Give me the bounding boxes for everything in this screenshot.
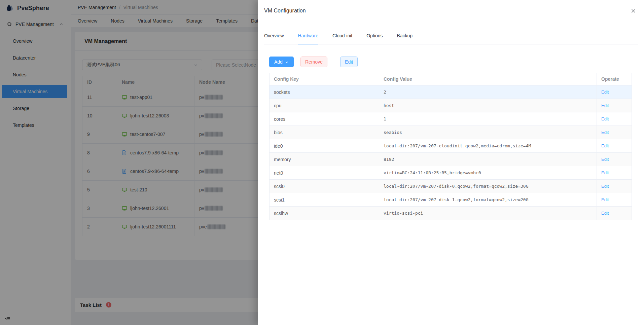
- config-value-cell: local-dir:207/vm-207-disk-1.qcow2,format…: [379, 193, 597, 207]
- operate-cell: Edit: [597, 112, 632, 126]
- operate-cell: Edit: [597, 139, 632, 153]
- config-key-cell: net0: [270, 166, 379, 180]
- edit-button[interactable]: Edit: [340, 57, 358, 67]
- config-row[interactable]: ide0local-dir:207/vm-207-cloudinit.qcow2…: [270, 139, 632, 153]
- add-button-label: Add: [274, 59, 283, 65]
- tab-overview[interactable]: Overview: [264, 32, 284, 44]
- config-row[interactable]: scsihwvirtio-scsi-pciEdit: [270, 207, 632, 220]
- config-key-cell: ide0: [270, 139, 379, 153]
- config-key-cell: memory: [270, 153, 379, 166]
- operate-cell: Edit: [597, 99, 632, 112]
- config-key-cell: sockets: [270, 85, 379, 99]
- drawer-title: VM Configuration: [264, 7, 636, 14]
- tab-cloud-init[interactable]: Cloud-init: [332, 32, 352, 44]
- config-value-cell: host: [379, 99, 597, 112]
- config-key-cell: scsi0: [270, 180, 379, 193]
- chevron-down-icon: [285, 60, 289, 64]
- operate-cell: Edit: [597, 193, 632, 207]
- row-edit-link[interactable]: Edit: [601, 116, 609, 121]
- config-row[interactable]: biosseabiosEdit: [270, 126, 632, 139]
- row-edit-link[interactable]: Edit: [601, 130, 609, 135]
- config-key-cell: scsihw: [270, 207, 379, 220]
- operate-cell: Edit: [597, 85, 632, 99]
- config-value-cell: virtio=BC:24:11:0B:25:B5,bridge=vmbr0: [379, 166, 597, 180]
- row-edit-link[interactable]: Edit: [601, 211, 609, 216]
- tab-hardware[interactable]: Hardware: [298, 32, 318, 44]
- vm-configuration-drawer: VM Configuration OverviewHardwareCloud-i…: [258, 0, 644, 325]
- config-row[interactable]: cpuhostEdit: [270, 99, 632, 112]
- config-table-column-header: Operate: [597, 73, 632, 85]
- add-button[interactable]: Add: [269, 57, 294, 67]
- config-value-cell: 2: [379, 85, 597, 99]
- row-edit-link[interactable]: Edit: [601, 184, 609, 189]
- operate-cell: Edit: [597, 166, 632, 180]
- config-key-cell: scsi1: [270, 193, 379, 207]
- operate-cell: Edit: [597, 153, 632, 166]
- remove-button[interactable]: Remove: [300, 57, 327, 67]
- config-row[interactable]: net0virtio=BC:24:11:0B:25:B5,bridge=vmbr…: [270, 166, 632, 180]
- operate-cell: Edit: [597, 207, 632, 220]
- row-edit-link[interactable]: Edit: [601, 89, 609, 95]
- tab-options[interactable]: Options: [366, 32, 383, 44]
- config-key-cell: cores: [270, 112, 379, 126]
- operate-cell: Edit: [597, 180, 632, 193]
- close-icon[interactable]: [630, 8, 636, 14]
- config-row[interactable]: scsi1local-dir:207/vm-207-disk-1.qcow2,f…: [270, 193, 632, 207]
- config-key-cell: bios: [270, 126, 379, 139]
- config-key-cell: cpu: [270, 99, 379, 112]
- config-value-cell: local-dir:207/vm-207-cloudinit.qcow2,med…: [379, 139, 597, 153]
- config-value-cell: 8192: [379, 153, 597, 166]
- config-value-cell: local-dir:207/vm-207-disk-0.qcow2,format…: [379, 180, 597, 193]
- config-row[interactable]: sockets2Edit: [270, 85, 632, 99]
- row-edit-link[interactable]: Edit: [601, 157, 609, 162]
- config-table-column-header: Config Key: [270, 73, 379, 85]
- row-edit-link[interactable]: Edit: [601, 103, 609, 108]
- row-edit-link[interactable]: Edit: [601, 143, 609, 148]
- config-value-cell: seabios: [379, 126, 597, 139]
- config-table-column-header: Config Value: [379, 73, 597, 85]
- config-value-cell: virtio-scsi-pci: [379, 207, 597, 220]
- config-value-cell: 1: [379, 112, 597, 126]
- tab-backup[interactable]: Backup: [397, 32, 413, 44]
- config-row[interactable]: scsi0local-dir:207/vm-207-disk-0.qcow2,f…: [270, 180, 632, 193]
- config-row[interactable]: cores1Edit: [270, 112, 632, 126]
- config-toolbar: Add Remove Edit: [269, 57, 644, 67]
- config-table: Config KeyConfig ValueOperate sockets2Ed…: [269, 73, 632, 220]
- row-edit-link[interactable]: Edit: [601, 170, 609, 175]
- config-row[interactable]: memory8192Edit: [270, 153, 632, 166]
- drawer-tabs: OverviewHardwareCloud-initOptionsBackup: [264, 32, 638, 44]
- row-edit-link[interactable]: Edit: [601, 197, 609, 202]
- operate-cell: Edit: [597, 126, 632, 139]
